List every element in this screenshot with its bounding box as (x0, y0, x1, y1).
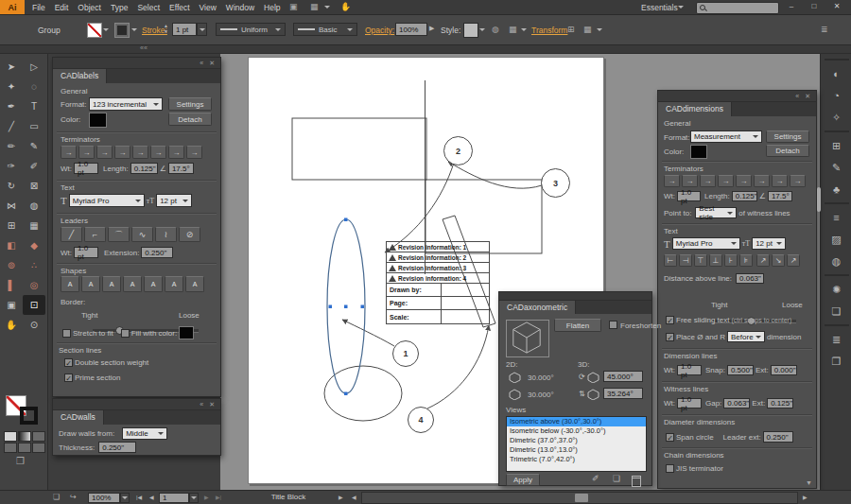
format-dropdown[interactable]: Measurement (690, 130, 762, 143)
terminator-t6[interactable]: → (150, 146, 166, 159)
close-icon[interactable]: ✕ (805, 93, 812, 99)
dock-collapse-icon[interactable]: «« (140, 44, 148, 51)
span-circle-checkbox[interactable]: ✓ (666, 433, 674, 442)
menu-file[interactable]: File (32, 3, 45, 12)
shape-octagon[interactable]: A (165, 276, 183, 292)
leader-ext-field[interactable]: 0.250" (763, 431, 793, 443)
leader-straight[interactable]: ╱ (61, 227, 82, 242)
terminator-length-field[interactable]: 0.125" (732, 191, 757, 201)
prev-artboard-icon[interactable]: ◀ (149, 491, 154, 504)
preferences-grid-icon[interactable]: ▦ (509, 23, 517, 37)
terminator-t5[interactable]: → (132, 146, 148, 159)
double-section-checkbox[interactable]: ✓ (64, 358, 73, 367)
foreshorten-checkbox[interactable] (609, 321, 617, 329)
brush-definition-dropdown[interactable]: Basic (293, 23, 357, 36)
tool-rotate[interactable]: ↻ (0, 176, 23, 196)
gradient-button[interactable] (18, 431, 31, 442)
flatten-button[interactable]: Flatten (554, 319, 601, 332)
menu-view[interactable]: View (200, 3, 217, 12)
font-size-dropdown[interactable]: 12 pt (752, 237, 786, 250)
terminator-t2[interactable]: → (682, 175, 698, 187)
scroll-right-icon[interactable]: ▶ (803, 491, 808, 504)
tool-type[interactable]: T (23, 96, 45, 116)
jis-checkbox[interactable] (666, 464, 674, 473)
terminator-t7[interactable]: → (168, 146, 184, 159)
shape-circle[interactable]: A (123, 276, 142, 292)
shape-diamond[interactable]: A (185, 276, 204, 292)
opacity-link[interactable]: Opacity: (365, 26, 394, 35)
tab-cadaxonometric[interactable]: CADaxonometric (499, 301, 576, 314)
text-position-tp5[interactable]: ⊦ (724, 254, 738, 267)
new-view-icon[interactable]: ❏ (613, 474, 620, 483)
thickness-field[interactable]: 0.250" (98, 442, 136, 453)
wit-ext-field[interactable]: 0.125" (767, 398, 793, 408)
terminator-t3[interactable]: → (700, 175, 716, 187)
panel-icon-color-guide[interactable]: ◔ (833, 89, 840, 102)
tool-blob-brush[interactable]: ✑ (0, 156, 23, 176)
panel-menu-icon[interactable]: ≣ (821, 23, 828, 37)
scroll-left-icon[interactable]: ◀ (352, 491, 356, 504)
panel-icon-symbols[interactable]: ♣ (833, 182, 840, 196)
color-button[interactable] (4, 431, 17, 442)
tool-mesh[interactable]: ▦ (23, 216, 45, 235)
draw-behind-button[interactable] (18, 443, 31, 453)
zoom-field[interactable]: 100% (88, 493, 120, 503)
tool-symbol-sprayer[interactable]: ∴ (23, 255, 45, 275)
menu-object[interactable]: Object (78, 3, 101, 12)
terminator-length-field[interactable]: 0.125" (130, 163, 158, 174)
point-to-dropdown[interactable]: Best side (695, 207, 737, 218)
font-dropdown[interactable]: Myriad Pro (69, 194, 145, 207)
detach-button[interactable]: Detach (766, 145, 809, 157)
draw-normal-button[interactable] (4, 443, 17, 453)
stroke-weight-caret-icon[interactable] (197, 23, 207, 36)
terminator-t3[interactable]: → (96, 146, 113, 159)
close-icon[interactable]: ✕ (209, 401, 217, 408)
close-icon[interactable]: ✕ (209, 60, 217, 66)
status-expand-icon[interactable]: ▶ (339, 491, 343, 504)
touch-workspace-icon[interactable]: ✋ (340, 0, 351, 14)
panel-icon-artboards[interactable]: ❐ (832, 355, 842, 368)
stroke-stepper[interactable]: ▲▼ (164, 23, 168, 34)
panel-icon-graphic-styles[interactable]: ❏ (832, 304, 842, 318)
tool-hand[interactable]: ✋ (0, 315, 23, 335)
draw-walls-dropdown[interactable]: Middle (122, 427, 167, 440)
terminator-t8[interactable]: → (186, 146, 202, 159)
tool-direct-selection[interactable]: ▷ (23, 57, 45, 77)
text-slope-sl2[interactable]: ↘ (772, 254, 785, 267)
draw-inside-button[interactable] (32, 443, 45, 453)
shape-plain[interactable]: A (61, 276, 79, 292)
terminator-t6[interactable]: → (754, 175, 770, 187)
view-option-isometric-above[interactable]: Isometric above (30.0°,30.0°) (507, 417, 646, 426)
tool-zoom-tool[interactable]: ⊙ (23, 315, 45, 335)
distance-field[interactable]: 0.063" (736, 273, 764, 284)
panel-icon-brushes[interactable]: ✎ (832, 161, 841, 174)
text-position-tp6[interactable]: ⊧ (739, 254, 753, 267)
wit-weight-field[interactable]: 1.0 pt (677, 398, 702, 408)
place-checkbox[interactable]: ✓ (666, 333, 674, 341)
align-options-icon[interactable]: ▦ (583, 23, 592, 37)
leader-curved[interactable]: ⌒ (108, 227, 130, 242)
panel-icon-layers[interactable]: ≣ (832, 333, 841, 346)
dimension-color-swatch[interactable] (690, 145, 707, 159)
terminator-angle-field[interactable]: 17.5° (768, 191, 792, 201)
panel-icon-transparency[interactable]: ◍ (832, 254, 842, 268)
terminator-t4[interactable]: → (718, 175, 734, 187)
artboard-number-field[interactable]: 1 (159, 493, 189, 503)
terminator-weight-field[interactable]: 1.0 pt (677, 191, 701, 201)
view-option-dimetric-13[interactable]: Dimetric (13.0°,13.0°) (507, 445, 646, 455)
tab-cadwalls[interactable]: CADwalls (53, 410, 104, 425)
tool-eraser[interactable]: ✐ (23, 156, 45, 176)
tab-cadlabels[interactable]: CADlabels (53, 69, 107, 83)
shape-triangle[interactable]: A (144, 276, 163, 292)
view-option-dimetric-37[interactable]: Dimetric (37.0°,37.0°) (507, 436, 646, 445)
3d-rotation-field[interactable]: 45.000° (603, 371, 643, 382)
tool-cad-tool[interactable]: ⊡ (23, 295, 45, 315)
tool-eyedropper[interactable]: ◆ (23, 235, 45, 255)
artboard-caret-icon[interactable] (189, 493, 199, 503)
fill-color-checkbox[interactable] (121, 329, 130, 338)
free-sliding-checkbox[interactable]: ✓ (666, 316, 674, 324)
fill-color-swatch[interactable] (179, 326, 194, 339)
panel-icon-stroke[interactable]: ≡ (833, 211, 839, 224)
text-position-tp2[interactable]: ⊣ (679, 254, 692, 267)
tool-lasso[interactable]: ◌ (23, 77, 45, 96)
